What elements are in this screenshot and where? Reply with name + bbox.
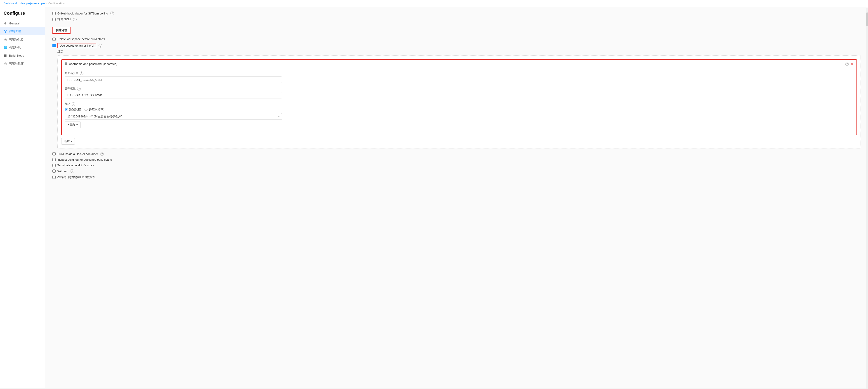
github-hook-checkbox[interactable]	[53, 12, 56, 15]
add-binding-button-label: + 添加	[68, 123, 75, 127]
docker-container-row: Build inside a Docker container ?	[53, 152, 861, 156]
clock-icon: ◷	[4, 37, 7, 41]
terminate-build-label: Terminate a build if it's stuck	[57, 164, 94, 167]
credential-select-wrapper: 13432648962/****** (阿里云容器镜像仓库) ▾	[65, 113, 282, 120]
sidebar-label-post: 构建后操作	[9, 61, 24, 65]
password-variable-input[interactable]	[65, 92, 282, 99]
use-secret-row: Use secret text(s) or file(s) ?	[53, 43, 861, 48]
timestamp-row: 在构建日志中添加时间戳前缀	[53, 175, 861, 179]
breadcrumb-current: Configuration	[49, 2, 64, 5]
docker-container-label: Build inside a Docker container	[57, 152, 98, 156]
credential-card: ⠿ Username and password (separated) ? ✕ …	[61, 59, 857, 135]
github-hook-help-icon[interactable]: ?	[110, 11, 114, 15]
binding-container: ⠿ Username and password (separated) ? ✕ …	[57, 55, 861, 148]
delete-workspace-label: Delete workspace before build starts	[57, 37, 105, 41]
docker-container-checkbox[interactable]	[53, 152, 56, 156]
credentials-help-icon[interactable]: ?	[72, 102, 75, 106]
sidebar-label-source: 源码管理	[9, 29, 21, 33]
main-layout: Configure ⚙ General 源码管理 ◷ 构建触发器 🌐 构建环境 …	[0, 7, 868, 388]
poll-scm-label: 轮询 SCM	[57, 18, 71, 22]
with-ant-row: With Ant ?	[53, 169, 861, 173]
scrollbar[interactable]	[866, 8, 868, 388]
add-binding-button[interactable]: + 添加 ▾	[65, 121, 81, 128]
credentials-field: 凭据 ? 指定凭据 参数表达式	[65, 102, 853, 128]
radio-specify-input[interactable]	[65, 108, 68, 111]
radio-param[interactable]: 参数表达式	[85, 107, 103, 111]
scrollbar-thumb[interactable]	[866, 12, 868, 26]
code-branch-icon	[4, 29, 7, 33]
credential-card-body: 用户名变量 ? 密码变量 ?	[62, 68, 857, 135]
sidebar-item-post-build[interactable]: ◎ 构建后操作	[0, 59, 45, 67]
new-binding-button-label: 新增	[64, 139, 70, 143]
credentials-label: 凭据 ?	[65, 102, 853, 106]
use-secret-help-icon[interactable]: ?	[98, 44, 102, 48]
terminate-build-row: Terminate a build if it's stuck	[53, 164, 861, 167]
radio-specify-label: 指定凭据	[69, 107, 81, 111]
radio-param-label: 参数表达式	[89, 107, 103, 111]
password-variable-label: 密码变量 ?	[65, 87, 853, 90]
password-variable-help-icon[interactable]: ?	[77, 87, 81, 90]
breadcrumb-sep2: ›	[46, 2, 47, 5]
delete-workspace-checkbox[interactable]	[53, 37, 56, 41]
poll-scm-help-icon[interactable]: ?	[73, 18, 76, 21]
credentials-radio-group: 指定凭据 参数表达式	[65, 107, 853, 111]
binding-label: 绑定	[57, 50, 861, 54]
top-checkboxes-section: GitHub hook trigger for GITScm polling ?…	[53, 11, 861, 22]
globe-icon: 🌐	[4, 46, 7, 49]
sidebar-item-build-steps[interactable]: ☰ Build Steps	[0, 52, 45, 59]
sidebar-title: Configure	[0, 11, 45, 20]
inspect-build-checkbox[interactable]	[53, 158, 56, 161]
radio-param-input[interactable]	[85, 108, 88, 111]
terminate-build-checkbox[interactable]	[53, 164, 56, 167]
username-variable-input[interactable]	[65, 77, 282, 83]
sidebar-item-source-management[interactable]: 源码管理	[0, 27, 45, 35]
credential-card-title: Username and password (separated)	[69, 62, 843, 66]
credential-card-header: ⠿ Username and password (separated) ? ✕	[62, 60, 857, 68]
drag-handle-icon[interactable]: ⠿	[65, 62, 67, 66]
circle-icon: ◎	[4, 61, 7, 65]
sidebar: Configure ⚙ General 源码管理 ◷ 构建触发器 🌐 构建环境 …	[0, 7, 45, 388]
build-env-section: 构建环境 Delete workspace before build start…	[53, 27, 861, 179]
breadcrumb-dashboard[interactable]: Dashboard	[4, 2, 17, 5]
timestamp-label: 在构建日志中添加时间戳前缀	[57, 175, 96, 179]
breadcrumb: Dashboard › devops-java-sample › Configu…	[0, 0, 868, 7]
delete-workspace-row: Delete workspace before build starts	[53, 37, 861, 41]
credential-card-help-icon[interactable]: ?	[845, 62, 849, 66]
main-content: GitHub hook trigger for GITScm polling ?…	[45, 7, 868, 388]
new-binding-chevron-icon: ▾	[70, 140, 72, 143]
poll-scm-checkbox[interactable]	[53, 18, 56, 21]
sidebar-item-build-trigger[interactable]: ◷ 构建触发器	[0, 35, 45, 44]
docker-container-help-icon[interactable]: ?	[100, 152, 104, 156]
use-secret-label: Use secret text(s) or file(s)	[57, 43, 96, 48]
with-ant-label: With Ant	[57, 169, 68, 173]
username-variable-field: 用户名变量 ?	[65, 71, 853, 83]
build-env-header: 构建环境	[53, 27, 70, 34]
settings-icon: ⚙	[4, 22, 7, 25]
sidebar-label-env: 构建环境	[9, 46, 21, 50]
poll-scm-row: 轮询 SCM ?	[53, 18, 861, 22]
sidebar-item-build-env[interactable]: 🌐 构建环境	[0, 44, 45, 52]
sidebar-label-steps: Build Steps	[9, 54, 24, 57]
inspect-build-row: Inspect build log for published build sc…	[53, 158, 861, 161]
username-variable-help-icon[interactable]: ?	[80, 72, 84, 75]
credential-card-close-button[interactable]: ✕	[850, 62, 853, 66]
add-binding-chevron-icon: ▾	[76, 123, 78, 127]
breadcrumb-project[interactable]: devops-java-sample	[21, 2, 45, 5]
github-hook-label: GitHub hook trigger for GITScm polling	[57, 12, 108, 15]
radio-specify[interactable]: 指定凭据	[65, 107, 81, 111]
use-secret-checkbox[interactable]	[53, 44, 56, 47]
sidebar-label-trigger: 构建触发器	[9, 37, 24, 41]
credential-select[interactable]: 13432648962/****** (阿里云容器镜像仓库)	[65, 113, 282, 120]
github-hook-row: GitHub hook trigger for GITScm polling ?	[53, 11, 861, 15]
sidebar-label-general: General	[9, 22, 20, 25]
new-binding-button[interactable]: 新增 ▾	[61, 138, 75, 145]
list-icon: ☰	[4, 54, 7, 57]
breadcrumb-sep1: ›	[18, 2, 19, 5]
inspect-build-label: Inspect build log for published build sc…	[57, 158, 112, 161]
with-ant-checkbox[interactable]	[53, 169, 56, 173]
username-variable-label: 用户名变量 ?	[65, 71, 853, 75]
sidebar-item-general[interactable]: ⚙ General	[0, 20, 45, 27]
password-variable-field: 密码变量 ?	[65, 87, 853, 99]
with-ant-help-icon[interactable]: ?	[70, 169, 74, 173]
timestamp-checkbox[interactable]	[53, 175, 56, 179]
